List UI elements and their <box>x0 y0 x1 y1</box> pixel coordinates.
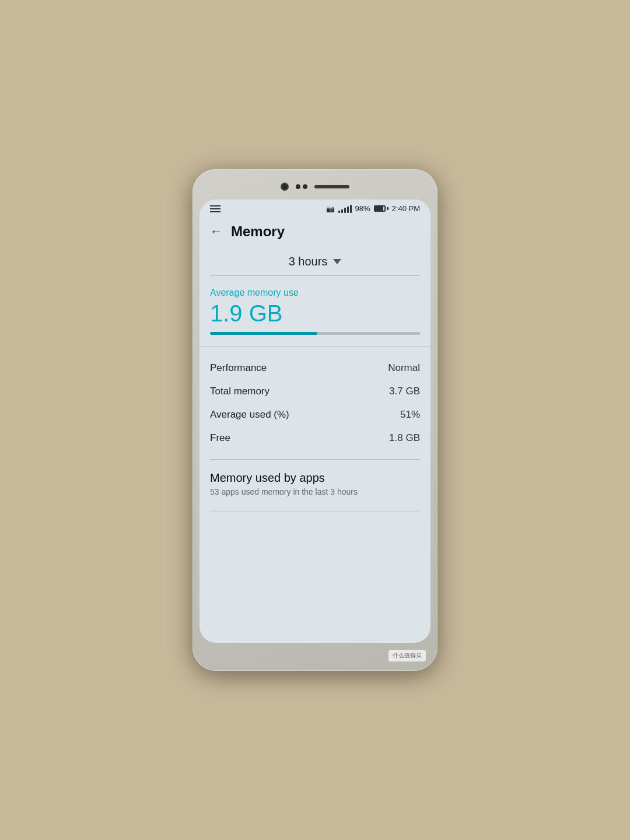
stat-row-free: Free 1.8 GB <box>210 426 420 450</box>
status-right: 📷 98% 2:40 PM <box>326 204 420 213</box>
sensors <box>296 184 307 189</box>
apps-section-subtitle: 53 apps used memory in the last 3 hours <box>210 487 420 496</box>
signal-bar-2 <box>341 209 343 213</box>
stat-row-avg-used: Average used (%) 51% <box>210 403 420 426</box>
phone-outer: 📷 98% 2:40 PM ← <box>192 169 438 671</box>
watermark: 什么值得买 <box>388 650 426 662</box>
apps-divider <box>210 512 420 512</box>
stat-label-total-memory: Total memory <box>210 386 270 397</box>
page-title: Memory <box>231 223 285 240</box>
avg-memory-value: 1.9 GB <box>210 302 420 325</box>
hamburger-line-1 <box>210 205 220 206</box>
apps-section-title: Memory used by apps <box>210 471 420 485</box>
signal-bar-1 <box>338 211 340 213</box>
memory-section: Average memory use 1.9 GB <box>200 276 430 346</box>
stats-section: Performance Normal Total memory 3.7 GB A… <box>200 346 430 459</box>
stat-label-free: Free <box>210 432 230 444</box>
battery-percent: 98% <box>355 204 370 213</box>
phone-notch <box>200 176 430 197</box>
time-selector-row: 3 hours <box>210 246 420 276</box>
hamburger-line-3 <box>210 211 220 212</box>
phone-screen: 📷 98% 2:40 PM ← <box>200 200 430 643</box>
stat-row-performance: Performance Normal <box>210 356 420 380</box>
signal-bar-5 <box>350 205 352 213</box>
sensor-dot-2 <box>303 184 307 189</box>
time-selector-label: 3 hours <box>289 255 328 268</box>
battery-fill <box>375 206 384 211</box>
status-left <box>210 205 220 212</box>
avg-memory-label: Average memory use <box>210 288 420 298</box>
memory-progress-bar <box>210 332 420 335</box>
stat-label-performance: Performance <box>210 362 267 374</box>
hamburger-icon[interactable] <box>210 205 220 212</box>
stat-label-avg-used: Average used (%) <box>210 409 289 421</box>
stat-value-avg-used: 51% <box>400 409 420 421</box>
front-camera <box>281 183 289 191</box>
time-display: 2:40 PM <box>392 204 420 213</box>
hamburger-line-2 <box>210 208 220 209</box>
signal-bars <box>338 205 352 213</box>
signal-bar-3 <box>344 208 346 213</box>
content-area: 3 hours Average memory use 1.9 GB Perfor… <box>200 246 430 524</box>
memory-progress-fill <box>210 332 317 335</box>
signal-bar-4 <box>347 206 349 213</box>
sim-icon: 📷 <box>326 205 335 213</box>
speaker <box>314 185 349 188</box>
status-bar: 📷 98% 2:40 PM <box>200 200 430 216</box>
time-selector[interactable]: 3 hours <box>289 255 342 268</box>
stat-value-free: 1.8 GB <box>389 432 420 444</box>
stat-value-total-memory: 3.7 GB <box>389 386 420 397</box>
battery-tip <box>387 207 388 210</box>
top-bar: ← Memory <box>200 216 430 246</box>
back-button[interactable]: ← <box>210 224 223 239</box>
stat-value-performance: Normal <box>388 362 420 374</box>
battery-icon <box>374 205 388 212</box>
dropdown-arrow-icon <box>333 259 341 264</box>
apps-section: Memory used by apps 53 apps used memory … <box>200 460 430 502</box>
sensor-dot <box>296 184 300 189</box>
battery-body <box>374 205 386 212</box>
stat-row-total-memory: Total memory 3.7 GB <box>210 380 420 403</box>
